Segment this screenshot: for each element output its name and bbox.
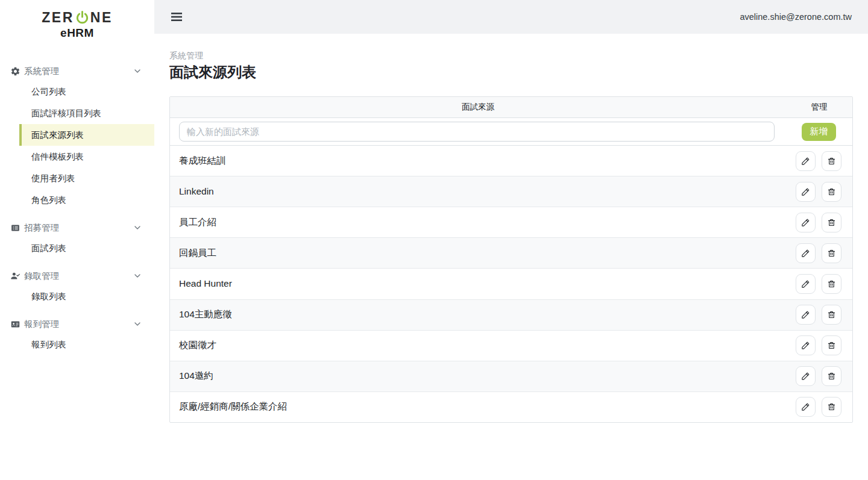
list-icon: [10, 222, 20, 233]
pencil-icon: [801, 372, 810, 381]
sidebar-item-admission-list[interactable]: 錄取列表: [19, 285, 154, 307]
sidebar-section-label: 系統管理: [24, 66, 133, 77]
delete-button[interactable]: [822, 213, 841, 232]
column-header-manage: 管理: [786, 102, 852, 113]
new-source-input[interactable]: [179, 122, 775, 142]
trash-icon: [827, 218, 836, 227]
user-email: aveline.shie@zerone.com.tw: [740, 12, 852, 22]
sidebar-section-onboard[interactable]: 報到管理: [0, 314, 154, 334]
add-button[interactable]: 新增: [802, 123, 836, 141]
edit-button[interactable]: [796, 274, 816, 294]
table-row: 員工介紹: [170, 207, 852, 238]
source-name: 養成班結訓: [179, 155, 796, 167]
delete-button[interactable]: [822, 274, 841, 294]
chevron-down-icon: [133, 223, 142, 232]
pencil-icon: [801, 249, 810, 258]
pencil-icon: [801, 157, 810, 166]
pencil-icon: [801, 310, 810, 319]
table-header-row: 面試來源 管理: [170, 97, 852, 118]
delete-button[interactable]: [822, 151, 841, 171]
edit-button[interactable]: [796, 182, 816, 202]
sidebar-section-label: 報到管理: [24, 319, 133, 330]
table-row: 104邀約: [170, 361, 852, 392]
sidebar-item-mail-template-list[interactable]: 信件模板列表: [19, 146, 154, 167]
sidebar-section-label: 招募管理: [24, 222, 133, 234]
delete-button[interactable]: [822, 335, 841, 355]
source-name: Linkedin: [179, 186, 796, 197]
page-title: 面試來源列表: [169, 63, 256, 82]
add-source-row: 新增: [170, 118, 852, 146]
edit-button[interactable]: [796, 397, 816, 417]
delete-button[interactable]: [822, 366, 841, 386]
edit-button[interactable]: [796, 151, 816, 171]
sidebar-item-user-list[interactable]: 使用者列表: [19, 167, 154, 189]
table-row: 原廠/經銷商/關係企業介紹: [170, 392, 852, 422]
logo-text-right: NE: [90, 10, 113, 26]
hamburger-menu-icon[interactable]: [171, 12, 182, 22]
edit-button[interactable]: [796, 335, 816, 355]
sidebar-item-interview-review-list[interactable]: 面試評核項目列表: [19, 102, 154, 124]
delete-button[interactable]: [822, 397, 841, 417]
sidebar: ZER NE eHRM 系統管理 公司列表 面試評核項目列表 面試來源列表 信件…: [0, 0, 154, 480]
topbar: aveline.shie@zerone.com.tw: [154, 0, 868, 34]
edit-button[interactable]: [796, 366, 816, 386]
trash-icon: [827, 187, 836, 196]
delete-button[interactable]: [822, 305, 841, 325]
pencil-icon: [801, 187, 810, 196]
chevron-down-icon: [133, 319, 142, 329]
id-card-icon: [10, 319, 20, 329]
sidebar-nav: 系統管理 公司列表 面試評核項目列表 面試來源列表 信件模板列表 使用者列表 角…: [0, 61, 154, 355]
chevron-down-icon: [133, 271, 142, 281]
sidebar-section-system[interactable]: 系統管理: [0, 61, 154, 81]
source-name: 104邀約: [179, 370, 796, 382]
power-logo-icon: [75, 11, 89, 25]
sidebar-item-role-list[interactable]: 角色列表: [19, 189, 154, 211]
trash-icon: [827, 157, 836, 166]
logo-text-left: ZER: [42, 10, 74, 26]
pencil-icon: [801, 218, 810, 227]
trash-icon: [827, 402, 836, 411]
source-name: 員工介紹: [179, 216, 796, 229]
sidebar-section-label: 錄取管理: [24, 270, 133, 282]
table-row: 養成班結訓: [170, 146, 852, 176]
gear-icon: [10, 66, 20, 76]
source-name: 校園徵才: [179, 339, 796, 352]
source-name: 104主動應徵: [179, 308, 796, 321]
person-check-icon: [10, 270, 20, 281]
delete-button[interactable]: [822, 182, 841, 202]
pencil-icon: [801, 402, 810, 411]
edit-button[interactable]: [796, 305, 816, 325]
sidebar-item-onboard-list[interactable]: 報到列表: [19, 334, 154, 355]
column-header-source: 面試來源: [170, 102, 786, 113]
pencil-icon: [801, 341, 810, 350]
edit-button[interactable]: [796, 243, 816, 263]
table-row: Head Hunter: [170, 269, 852, 299]
table-row: 校園徵才: [170, 331, 852, 361]
trash-icon: [827, 279, 836, 288]
pencil-icon: [801, 279, 810, 288]
trash-icon: [827, 372, 836, 381]
product-name: eHRM: [0, 26, 154, 40]
edit-button[interactable]: [796, 213, 816, 232]
trash-icon: [827, 249, 836, 258]
sidebar-item-interview-source-list[interactable]: 面試來源列表: [19, 124, 154, 146]
interview-source-table: 面試來源 管理 新增 養成班結訓 Linkedin 員工介紹 回鍋員工: [169, 96, 853, 423]
sidebar-item-company-list[interactable]: 公司列表: [19, 81, 154, 102]
delete-button[interactable]: [822, 243, 841, 263]
trash-icon: [827, 310, 836, 319]
table-row: 回鍋員工: [170, 238, 852, 269]
table-row: 104主動應徵: [170, 300, 852, 331]
source-name: 回鍋員工: [179, 247, 796, 260]
sidebar-section-recruit[interactable]: 招募管理: [0, 218, 154, 237]
source-name: Head Hunter: [179, 278, 796, 289]
chevron-down-icon: [133, 66, 142, 76]
trash-icon: [827, 341, 836, 350]
brand-logo: ZER NE eHRM: [0, 0, 154, 40]
table-row: Linkedin: [170, 176, 852, 207]
sidebar-section-admission[interactable]: 錄取管理: [0, 266, 154, 285]
sidebar-item-interview-list[interactable]: 面試列表: [19, 237, 154, 259]
breadcrumb: 系統管理: [169, 51, 203, 61]
source-name: 原廠/經銷商/關係企業介紹: [179, 401, 796, 413]
